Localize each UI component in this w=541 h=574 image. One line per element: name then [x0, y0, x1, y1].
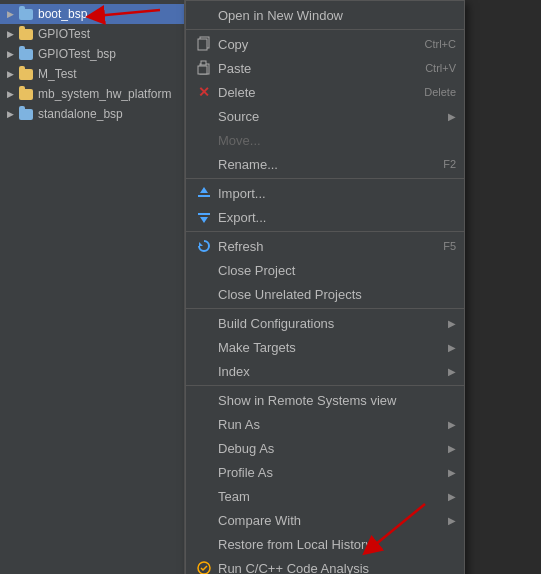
copy-icon	[194, 36, 214, 52]
menu-item-team[interactable]: Team ▶	[186, 484, 464, 508]
menu-item-run-analysis[interactable]: Run C/C++ Code Analysis	[186, 556, 464, 574]
menu-label-index: Index	[218, 364, 440, 379]
menu-label-debug-as: Debug As	[218, 441, 440, 456]
refresh-icon	[194, 238, 214, 254]
debug-as-arrow: ▶	[448, 443, 456, 454]
tree-expand-arrow: ▶	[4, 68, 16, 80]
tree-label-mb-system: mb_system_hw_platform	[38, 87, 171, 101]
tree-item-gpiotest-bsp[interactable]: ▶ GPIOTest_bsp	[0, 44, 184, 64]
import-icon	[194, 185, 214, 201]
menu-item-move[interactable]: Move...	[186, 128, 464, 152]
paste-icon	[194, 60, 214, 76]
team-arrow: ▶	[448, 491, 456, 502]
menu-item-refresh[interactable]: Refresh F5	[186, 234, 464, 258]
menu-item-export[interactable]: Export...	[186, 205, 464, 229]
tree-label-gpiotest: GPIOTest	[38, 27, 90, 41]
tree-item-gpiotest[interactable]: ▶ GPIOTest	[0, 24, 184, 44]
folder-icon-gpio-bsp	[18, 46, 34, 62]
run-as-icon	[194, 416, 214, 432]
index-arrow: ▶	[448, 366, 456, 377]
restore-history-icon	[194, 536, 214, 552]
move-icon	[194, 132, 214, 148]
build-config-arrow: ▶	[448, 318, 456, 329]
make-targets-icon	[194, 339, 214, 355]
svg-rect-4	[198, 66, 207, 74]
menu-label-compare-with: Compare With	[218, 513, 440, 528]
menu-item-restore-history[interactable]: Restore from Local History...	[186, 532, 464, 556]
separator-1	[186, 29, 464, 30]
source-submenu-arrow: ▶	[448, 111, 456, 122]
menu-label-run-analysis: Run C/C++ Code Analysis	[218, 561, 456, 575]
menu-item-show-remote[interactable]: Show in Remote Systems view	[186, 388, 464, 412]
menu-shortcut-refresh: F5	[443, 240, 456, 252]
menu-label-paste: Paste	[218, 61, 425, 76]
svg-marker-9	[199, 242, 203, 246]
svg-rect-3	[201, 61, 206, 65]
tree-item-standalone-bsp[interactable]: ▶ standalone_bsp	[0, 104, 184, 124]
svg-marker-8	[200, 217, 208, 223]
menu-item-import[interactable]: Import...	[186, 181, 464, 205]
menu-label-rename: Rename...	[218, 157, 443, 172]
menu-item-compare-with[interactable]: Compare With ▶	[186, 508, 464, 532]
tree-label-mtest: M_Test	[38, 67, 77, 81]
tree-expand-arrow: ▶	[4, 88, 16, 100]
compare-with-arrow: ▶	[448, 515, 456, 526]
profile-as-arrow: ▶	[448, 467, 456, 478]
folder-icon-bsp	[18, 6, 34, 22]
delete-icon: ✕	[194, 84, 214, 100]
source-icon	[194, 108, 214, 124]
svg-rect-5	[198, 195, 210, 197]
menu-item-index[interactable]: Index ▶	[186, 359, 464, 383]
open-window-icon	[194, 7, 214, 23]
build-config-icon	[194, 315, 214, 331]
menu-item-run-as[interactable]: Run As ▶	[186, 412, 464, 436]
menu-item-close-unrelated[interactable]: Close Unrelated Projects	[186, 282, 464, 306]
svg-rect-7	[198, 213, 210, 215]
menu-item-source[interactable]: Source ▶	[186, 104, 464, 128]
menu-label-show-remote: Show in Remote Systems view	[218, 393, 456, 408]
close-unrelated-icon	[194, 286, 214, 302]
menu-item-close-project[interactable]: Close Project	[186, 258, 464, 282]
folder-icon-gpio	[18, 26, 34, 42]
menu-item-delete[interactable]: ✕ Delete Delete	[186, 80, 464, 104]
menu-item-profile-as[interactable]: Profile As ▶	[186, 460, 464, 484]
menu-label-close-project: Close Project	[218, 263, 456, 278]
run-analysis-icon	[194, 560, 214, 574]
menu-label-profile-as: Profile As	[218, 465, 440, 480]
menu-item-rename[interactable]: Rename... F2	[186, 152, 464, 176]
menu-item-open-new-window[interactable]: Open in New Window	[186, 3, 464, 27]
menu-shortcut-copy: Ctrl+C	[425, 38, 456, 50]
menu-label-move: Move...	[218, 133, 456, 148]
tree-label-standalone-bsp: standalone_bsp	[38, 107, 123, 121]
separator-2	[186, 178, 464, 179]
menu-label-copy: Copy	[218, 37, 425, 52]
make-targets-arrow: ▶	[448, 342, 456, 353]
profile-as-icon	[194, 464, 214, 480]
tree-item-mtest[interactable]: ▶ M_Test	[0, 64, 184, 84]
menu-item-copy[interactable]: Copy Ctrl+C	[186, 32, 464, 56]
tree-expand-arrow: ▶	[4, 48, 16, 60]
run-as-arrow: ▶	[448, 419, 456, 430]
index-icon	[194, 363, 214, 379]
menu-item-make-targets[interactable]: Make Targets ▶	[186, 335, 464, 359]
menu-label-export: Export...	[218, 210, 456, 225]
tree-expand-arrow: ▶	[4, 108, 16, 120]
separator-4	[186, 308, 464, 309]
show-remote-icon	[194, 392, 214, 408]
tree-item-mb-system[interactable]: ▶ mb_system_hw_platform	[0, 84, 184, 104]
tree-item-boot-bsp[interactable]: ▶ boot_bsp	[0, 4, 184, 24]
svg-rect-1	[198, 39, 207, 50]
rename-icon	[194, 156, 214, 172]
menu-item-debug-as[interactable]: Debug As ▶	[186, 436, 464, 460]
menu-item-paste[interactable]: Paste Ctrl+V	[186, 56, 464, 80]
close-project-icon	[194, 262, 214, 278]
folder-icon-mtest	[18, 66, 34, 82]
menu-shortcut-paste: Ctrl+V	[425, 62, 456, 74]
folder-icon-standalone	[18, 106, 34, 122]
compare-with-icon	[194, 512, 214, 528]
menu-item-build-config[interactable]: Build Configurations ▶	[186, 311, 464, 335]
tree-label-gpiotest-bsp: GPIOTest_bsp	[38, 47, 116, 61]
menu-label-restore-history: Restore from Local History...	[218, 537, 456, 552]
project-explorer: ▶ boot_bsp ▶ GPIOTest ▶ GPIOTest_bsp ▶ M…	[0, 0, 185, 574]
export-icon	[194, 209, 214, 225]
